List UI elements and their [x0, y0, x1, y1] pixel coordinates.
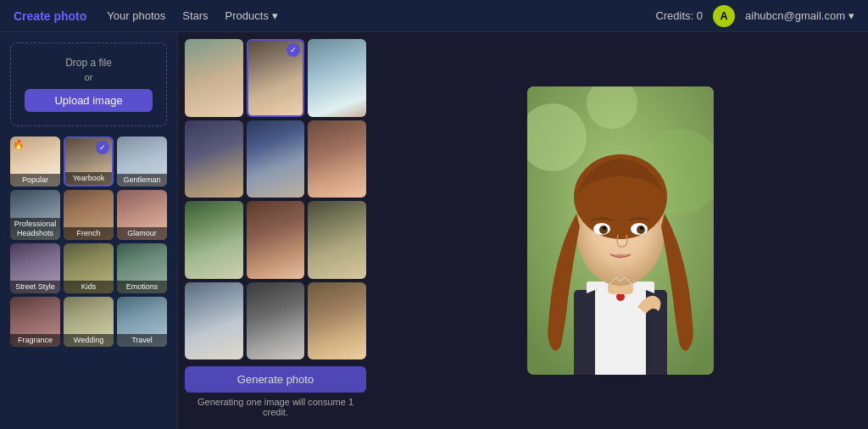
style-fragrance[interactable]: Fragrance: [10, 297, 60, 347]
user-email[interactable]: aihubcn@gmail.com ▾: [745, 9, 854, 22]
style-street-label: Street Style: [10, 281, 60, 293]
style-glamour[interactable]: Glamour: [117, 190, 167, 240]
photo-thumb-12[interactable]: [308, 282, 366, 360]
nav-stars[interactable]: Stars: [182, 9, 208, 22]
generate-button[interactable]: Generate photo: [185, 366, 366, 393]
middle-panel: ✓: [178, 32, 373, 429]
photo-thumb-7[interactable]: [185, 201, 243, 279]
style-wedding-label: Wedding: [64, 334, 114, 347]
yearbook-check: ✓: [96, 141, 109, 154]
main-content: Drop a file or Upload image 🔥 Popular ✓ …: [0, 32, 868, 429]
right-panel: [373, 32, 868, 429]
style-french-label: French: [64, 227, 114, 240]
generate-section: Generate photo Generating one image will…: [185, 366, 366, 417]
photo-thumb-10[interactable]: [185, 282, 243, 360]
style-gentleman[interactable]: Gentleman: [117, 136, 167, 187]
user-menu-arrow: ▾: [849, 9, 854, 22]
svg-point-15: [640, 226, 643, 230]
photo-thumb-5[interactable]: [247, 120, 305, 198]
header: Create photo Your photos Stars Products …: [0, 0, 868, 32]
nav-products-label: Products: [225, 9, 269, 22]
photo-thumb-1[interactable]: [185, 39, 243, 117]
or-text: or: [25, 72, 153, 82]
style-emotions-label: Emotions: [117, 281, 167, 293]
style-kids[interactable]: Kids: [64, 243, 114, 293]
nav-your-photos[interactable]: Your photos: [107, 9, 165, 22]
styles-grid: 🔥 Popular ✓ Yearbook Gentleman Professio…: [10, 136, 167, 347]
photo-thumb-6[interactable]: [308, 120, 366, 198]
style-fragrance-label: Fragrance: [10, 334, 60, 347]
user-email-text: aihubcn@gmail.com: [745, 9, 845, 22]
style-yearbook-label: Yearbook: [65, 172, 112, 185]
photo-thumb-8[interactable]: [247, 201, 305, 279]
result-image: [527, 86, 714, 375]
style-french[interactable]: French: [64, 190, 114, 240]
photo-thumb-3[interactable]: [308, 39, 366, 117]
generate-note: Generating one image will consume 1 cred…: [185, 397, 366, 417]
header-right: Credits: 0 A aihubcn@gmail.com ▾: [655, 5, 854, 27]
upload-button[interactable]: Upload image: [25, 89, 153, 112]
style-professional-label: Professional Headshots: [10, 218, 60, 240]
drop-text: Drop a file: [25, 57, 153, 69]
photo-thumb-9[interactable]: [308, 201, 366, 279]
photo-thumb-2[interactable]: ✓: [247, 39, 305, 117]
nav-items: Your photos Stars Products ▾: [107, 9, 655, 22]
style-emotions[interactable]: Emotions: [117, 243, 167, 293]
style-popular[interactable]: 🔥 Popular: [10, 136, 60, 187]
style-yearbook[interactable]: ✓ Yearbook: [64, 136, 114, 187]
style-kids-label: Kids: [64, 281, 114, 293]
left-panel: Drop a file or Upload image 🔥 Popular ✓ …: [0, 32, 178, 429]
products-dropdown-arrow: ▾: [272, 9, 278, 22]
style-travel-label: Travel: [117, 334, 167, 347]
credits-display: Credits: 0: [655, 9, 703, 22]
photo-thumb-11[interactable]: [247, 282, 305, 360]
style-professional[interactable]: Professional Headshots: [10, 190, 60, 240]
photo-grid: ✓: [185, 39, 366, 359]
avatar[interactable]: A: [713, 5, 735, 27]
nav-brand[interactable]: Create photo: [14, 9, 86, 23]
style-travel[interactable]: Travel: [117, 297, 167, 347]
upload-area: Drop a file or Upload image: [10, 42, 167, 126]
popular-emoji: 🔥: [13, 139, 25, 150]
style-glamour-label: Glamour: [117, 227, 167, 240]
style-wedding[interactable]: Wedding: [64, 297, 114, 347]
style-gentleman-label: Gentleman: [117, 174, 167, 187]
photo-thumb-4[interactable]: [185, 120, 243, 198]
svg-point-14: [603, 226, 606, 230]
style-popular-label: Popular: [10, 174, 60, 187]
nav-products[interactable]: Products ▾: [225, 9, 278, 22]
style-street-style[interactable]: Street Style: [10, 243, 60, 293]
